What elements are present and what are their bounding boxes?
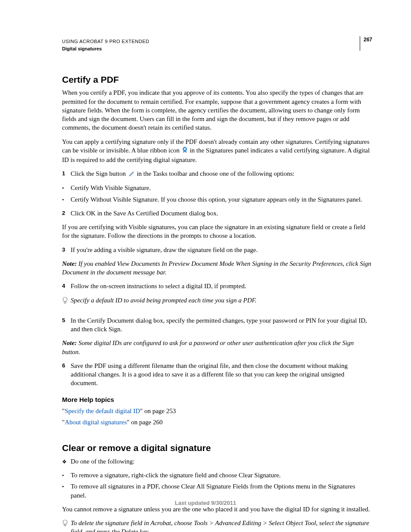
paragraph: You can apply a certifying signature onl…	[62, 137, 372, 164]
option-list: Certify With Visible Signature. Certify …	[62, 184, 372, 204]
paragraph: When you certify a PDF, you indicate tha…	[62, 88, 372, 132]
note-body: If you enabled View Documents In Preview…	[62, 260, 371, 276]
heading-certify-pdf: Certify a PDF	[62, 74, 372, 86]
sign-pen-icon	[128, 170, 134, 178]
tip-body: To delete the signature field in Acrobat…	[71, 519, 372, 532]
lightbulb-icon	[62, 296, 71, 307]
note-body: Some digital IDs are configured to ask f…	[62, 339, 354, 355]
heading-clear-remove: Clear or remove a digital signature	[62, 442, 372, 454]
option-list: To remove a signature, right-click the s…	[62, 471, 372, 500]
diamond-marker	[62, 457, 71, 466]
step-1: 1 Click the Sign button in the Tasks too…	[62, 169, 372, 179]
text: Certify With Visible Signature.	[71, 184, 372, 192]
link-specify-default-id[interactable]: Specify the default digital ID	[65, 408, 140, 414]
text: Save the PDF using a different filename …	[71, 361, 372, 388]
link-about-digital-signatures[interactable]: About digital signatures	[65, 419, 127, 426]
step-6: 6 Save the PDF using a different filenam…	[62, 361, 372, 388]
text: To remove a signature, right-click the s…	[71, 471, 372, 479]
text: in the Tasks toolbar and choose one of t…	[137, 170, 294, 177]
action-list: Do one of the following:	[62, 457, 372, 466]
bullet-marker	[62, 184, 71, 192]
step-3: 3 If you're adding a visible signature, …	[62, 246, 372, 254]
step-4: 4 Follow the on-screen instructions to s…	[62, 282, 372, 290]
blue-ribbon-icon	[182, 146, 187, 155]
text: " on page 253	[140, 408, 176, 414]
list-item: To remove all signatures in a PDF, choos…	[62, 482, 372, 500]
text: In the Certify Document dialog box, spec…	[71, 316, 372, 334]
page-number: 267	[360, 36, 372, 51]
list-item: Certify With Visible Signature.	[62, 184, 372, 192]
step-list: 1 Click the Sign button in the Tasks too…	[62, 169, 372, 179]
text: Click OK in the Save As Certified Docume…	[71, 209, 372, 218]
svg-rect-6	[64, 524, 66, 526]
bullet-marker	[62, 482, 71, 500]
bullet-marker	[62, 195, 71, 204]
help-link-line: "About digital signatures" on page 260	[62, 418, 372, 426]
doc-section: Digital signatures	[62, 45, 149, 53]
tip: Specify a default ID to avoid being prom…	[62, 296, 372, 307]
svg-point-5	[63, 520, 67, 524]
note-label: Note:	[62, 339, 78, 346]
header-left: USING ACROBAT 9 PRO EXTENDED Digital sig…	[62, 38, 149, 52]
step-list: 5 In the Certify Document dialog box, sp…	[62, 316, 372, 334]
step-2: 2 Click OK in the Save As Certified Docu…	[62, 209, 372, 218]
step-marker: 5	[62, 316, 71, 334]
step-marker: 4	[62, 282, 71, 290]
step-list: 2 Click OK in the Save As Certified Docu…	[62, 209, 372, 218]
step-marker: 2	[62, 209, 71, 218]
text: Certify Without Visible Signature. If yo…	[71, 195, 372, 204]
text: If you're adding a visible signature, dr…	[71, 246, 372, 254]
note: Note: If you enabled View Documents In P…	[62, 259, 372, 277]
step-5: 5 In the Certify Document dialog box, sp…	[62, 316, 372, 334]
step-marker: 1	[62, 169, 71, 179]
note: Note: Some digital IDs are configured to…	[62, 339, 372, 356]
step-list: 6 Save the PDF using a different filenam…	[62, 361, 372, 388]
paragraph: If you are certifying with Visible signa…	[62, 223, 372, 240]
list-item: Do one of the following:	[62, 457, 372, 466]
svg-rect-3	[64, 302, 66, 303]
step-marker: 6	[62, 361, 71, 388]
text: Follow the on-screen instructions to sel…	[71, 282, 372, 290]
tip-body: Specify a default ID to avoid being prom…	[71, 296, 372, 307]
text: To remove all signatures in a PDF, choos…	[71, 482, 372, 500]
tip: To delete the signature field in Acrobat…	[62, 519, 372, 532]
step-list: 4 Follow the on-screen instructions to s…	[62, 282, 372, 290]
list-item: Certify Without Visible Signature. If yo…	[62, 195, 372, 204]
footer: Last updated 9/30/2011	[0, 499, 411, 507]
note-label: Note:	[62, 260, 78, 267]
svg-point-1	[184, 148, 186, 150]
help-link-line: "Specify the default digital ID" on page…	[62, 407, 372, 415]
step-marker: 3	[62, 246, 71, 254]
bullet-marker	[62, 471, 71, 479]
text: " on page 260	[127, 419, 162, 426]
doc-title: USING ACROBAT 9 PRO EXTENDED	[62, 38, 149, 45]
list-item: To remove a signature, right-click the s…	[62, 471, 372, 479]
heading-more-help: More Help topics	[62, 395, 372, 404]
text: Click the Sign button	[71, 170, 128, 177]
step-list: 3 If you're adding a visible signature, …	[62, 246, 372, 254]
text: Do one of the following:	[71, 457, 372, 466]
lightbulb-icon	[62, 519, 71, 532]
svg-point-2	[63, 297, 67, 302]
page-header: USING ACROBAT 9 PRO EXTENDED Digital sig…	[62, 38, 372, 52]
